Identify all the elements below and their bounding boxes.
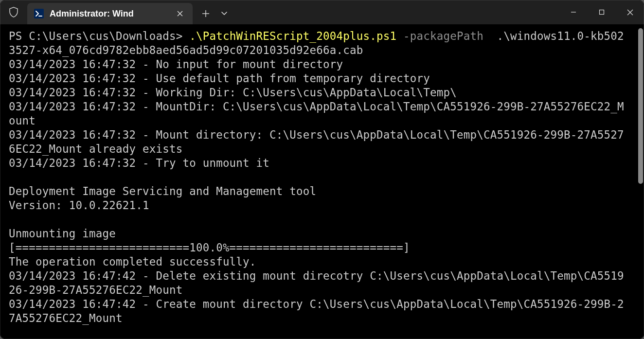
prompt: PS C:\Users\cus\Downloads>: [9, 30, 189, 42]
output-line: 03/14/2023 16:47:42 - Create mount direc…: [9, 298, 624, 324]
admin-shield-icon: [0, 0, 27, 24]
window-close-button[interactable]: [616, 0, 644, 24]
output-line: 03/14/2023 16:47:32 - Try to unmount it: [9, 157, 269, 169]
scrollbar[interactable]: [637, 24, 644, 339]
output-line: 03/14/2023 16:47:42 - Delete existing mo…: [9, 269, 624, 296]
new-tab-button[interactable]: [196, 4, 216, 23]
minimize-button[interactable]: [559, 0, 588, 24]
output-line: [==========================100.0%=======…: [9, 241, 410, 254]
output-line: 03/14/2023 16:47:32 - MountDir: C:\Users…: [9, 100, 624, 127]
output-line: Version: 10.0.22621.1: [9, 199, 149, 212]
tab-title: Administrator: Wind: [50, 9, 169, 19]
terminal-output[interactable]: PS C:\Users\cus\Downloads> .\PatchWinRES…: [0, 24, 637, 339]
scroll-thumb[interactable]: [638, 28, 643, 184]
command-script: .\PatchWinREScript_2004plus.ps1: [189, 30, 396, 42]
output-line: The operation completed successfully.: [9, 255, 256, 268]
tab-powershell-admin[interactable]: Administrator: Wind: [27, 3, 193, 24]
titlebar: Administrator: Wind: [0, 0, 644, 24]
terminal-area: PS C:\Users\cus\Downloads> .\PatchWinRES…: [0, 24, 644, 339]
tab-close-button[interactable]: [174, 8, 186, 19]
output-line: 03/14/2023 16:47:32 - No input for mount…: [9, 58, 343, 71]
powershell-icon: [34, 9, 44, 18]
profile-dropdown-button[interactable]: [216, 4, 233, 23]
window-controls: [559, 0, 644, 24]
terminal-window: Administrator: Wind: [0, 0, 644, 339]
new-tab-group: [196, 3, 233, 24]
output-line: Unmounting image: [9, 227, 116, 240]
maximize-button[interactable]: [588, 0, 616, 24]
output-line: 03/14/2023 16:47:32 - Use default path f…: [9, 72, 430, 85]
svg-rect-6: [600, 10, 604, 15]
command-parameter: -packagePath: [396, 30, 490, 42]
output-line: 03/14/2023 16:47:32 - Mount directory: C…: [9, 128, 624, 155]
output-line: Deployment Image Servicing and Managemen…: [9, 185, 316, 197]
output-line: 03/14/2023 16:47:32 - Working Dir: C:\Us…: [9, 86, 457, 99]
